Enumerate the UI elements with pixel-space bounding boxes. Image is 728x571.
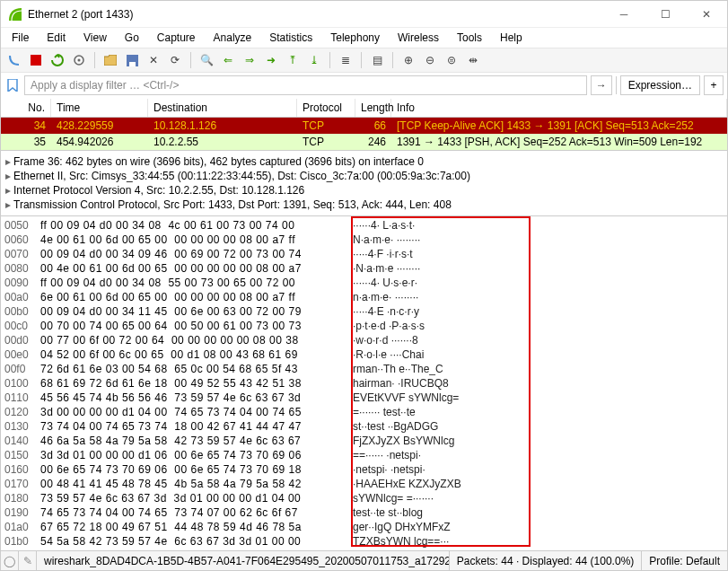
statusbar: ◯ ✎ wireshark_8DAD4DCA-1B5D-4B57-A041-7F… bbox=[1, 550, 727, 570]
status-packets: Packets: 44 · Displayed: 44 (100.0%) bbox=[450, 551, 642, 570]
hex-row[interactable]: 00604e 00 61 00 6d 00 65 00 00 00 00 00 … bbox=[4, 233, 724, 247]
zoom-reset-icon[interactable]: ⊜ bbox=[442, 50, 461, 70]
hex-row[interactable]: 007000 09 04 d0 00 34 09 46 00 69 00 72 … bbox=[4, 247, 724, 261]
menubar: File Edit View Go Capture Analyze Statis… bbox=[1, 28, 727, 48]
zoom-out-icon[interactable]: ⊖ bbox=[420, 50, 440, 70]
hex-row[interactable]: 00f072 6d 61 6e 03 00 54 68 65 0c 00 54 … bbox=[4, 362, 724, 376]
display-filter-input[interactable] bbox=[24, 75, 587, 95]
hex-row[interactable]: 016000 6e 65 74 73 70 69 06 00 6e 65 74 … bbox=[4, 462, 724, 477]
restart-capture-icon[interactable] bbox=[48, 50, 67, 70]
detail-line[interactable]: ▸Frame 36: 462 bytes on wire (3696 bits)… bbox=[3, 154, 725, 169]
hex-row[interactable]: 00a06e 00 61 00 6d 00 65 00 00 00 00 00 … bbox=[4, 290, 724, 304]
menu-help[interactable]: Help bbox=[493, 30, 530, 46]
hex-row[interactable]: 00b000 09 04 d0 00 34 11 45 00 6e 00 63 … bbox=[4, 304, 724, 319]
svg-rect-4 bbox=[129, 62, 136, 66]
filter-apply-icon[interactable]: → bbox=[591, 75, 612, 95]
menu-go[interactable]: Go bbox=[118, 30, 146, 46]
hex-row[interactable]: 00d000 77 00 6f 00 72 00 64 00 00 00 00 … bbox=[4, 333, 724, 347]
expression-button[interactable]: Expression… bbox=[620, 75, 700, 95]
col-time[interactable]: Time bbox=[51, 99, 148, 117]
colorize-icon[interactable]: ▤ bbox=[367, 50, 387, 70]
resize-columns-icon[interactable]: ⇹ bbox=[463, 50, 483, 70]
go-forward-icon[interactable]: ⇒ bbox=[240, 50, 259, 70]
go-to-packet-icon[interactable]: ➜ bbox=[261, 50, 281, 70]
col-no[interactable]: No. bbox=[1, 99, 51, 117]
stop-capture-icon[interactable] bbox=[26, 50, 46, 70]
detail-line[interactable]: ▸Transmission Control Protocol, Src Port… bbox=[3, 198, 725, 212]
detail-line[interactable]: ▸Ethernet II, Src: Cimsys_33:44:55 (00:1… bbox=[3, 169, 725, 183]
window-title: Ethernet 2 (port 1433) bbox=[28, 8, 603, 21]
packet-row[interactable]: 34428.22955910.128.1.126TCP66[TCP Keep-A… bbox=[1, 118, 727, 134]
start-capture-icon[interactable] bbox=[4, 50, 24, 70]
hex-row[interactable]: 019074 65 73 74 04 00 74 65 73 74 07 00 … bbox=[4, 505, 724, 520]
menu-edit[interactable]: Edit bbox=[39, 30, 73, 46]
find-packet-icon[interactable]: 🔍 bbox=[197, 50, 216, 70]
packet-bytes-pane[interactable]: 0050ff 00 09 04 d0 00 34 08 4c 00 61 00 … bbox=[1, 215, 727, 550]
detail-line[interactable]: ▸Internet Protocol Version 4, Src: 10.2.… bbox=[3, 183, 725, 198]
status-profile[interactable]: Profile: Default bbox=[642, 551, 727, 570]
minimize-button[interactable]: ─ bbox=[603, 1, 645, 28]
hex-row[interactable]: 018073 59 57 4e 6c 63 67 3d 3d 01 00 00 … bbox=[4, 491, 724, 505]
filter-bookmark-icon[interactable] bbox=[4, 77, 21, 93]
menu-file[interactable]: File bbox=[4, 30, 36, 46]
capture-options-icon[interactable] bbox=[69, 50, 89, 70]
hex-row[interactable]: 0090ff 00 09 04 d0 00 34 08 55 00 73 00 … bbox=[4, 276, 724, 290]
hex-row[interactable]: 01203d 00 00 00 00 d1 04 00 74 65 73 74 … bbox=[4, 405, 724, 419]
zoom-in-icon[interactable]: ⊕ bbox=[399, 50, 418, 70]
close-button[interactable]: ✕ bbox=[686, 1, 727, 28]
packet-list-header: No. Time Destination Protocol Length Inf… bbox=[1, 98, 727, 118]
display-filter-bar: → Expression… + bbox=[1, 73, 727, 98]
menu-wireless[interactable]: Wireless bbox=[390, 30, 446, 46]
hex-row[interactable]: 010068 61 69 72 6d 61 6e 18 00 49 52 55 … bbox=[4, 376, 724, 391]
go-back-icon[interactable]: ⇐ bbox=[218, 50, 238, 70]
svg-point-2 bbox=[78, 59, 81, 62]
main-toolbar: ✕ ⟳ 🔍 ⇐ ⇒ ➜ ⤒ ⤓ ≣ ▤ ⊕ ⊖ ⊜ ⇹ bbox=[1, 48, 727, 73]
auto-scroll-icon[interactable]: ≣ bbox=[336, 50, 355, 70]
packet-details-pane[interactable]: ▸Frame 36: 462 bytes on wire (3696 bits)… bbox=[1, 150, 727, 215]
open-file-icon[interactable] bbox=[101, 50, 120, 70]
hex-row[interactable]: 011045 56 45 74 4b 56 56 46 73 59 57 4e … bbox=[4, 391, 724, 405]
add-filter-button[interactable]: + bbox=[704, 75, 724, 95]
hex-row[interactable]: 01c000 fd 10 00 c1 00 04 00 00 00 00 00 … bbox=[4, 549, 724, 550]
window-titlebar: Ethernet 2 (port 1433) ─ ☐ ✕ bbox=[1, 1, 727, 28]
packet-row[interactable]: 35454.94202610.2.2.55TCP2461391 → 1433 [… bbox=[1, 134, 727, 150]
go-first-icon[interactable]: ⤒ bbox=[283, 50, 303, 70]
col-info[interactable]: Info bbox=[391, 99, 727, 117]
hex-row[interactable]: 00c000 70 00 74 00 65 00 64 00 50 00 61 … bbox=[4, 319, 724, 333]
col-dst[interactable]: Destination bbox=[148, 99, 297, 117]
hex-row[interactable]: 01a067 65 72 18 00 49 67 51 44 48 78 59 … bbox=[4, 520, 724, 534]
hex-row[interactable]: 013073 74 04 00 74 65 73 74 18 00 42 67 … bbox=[4, 419, 724, 434]
hex-row[interactable]: 01503d 3d 01 00 00 00 d1 06 00 6e 65 74 … bbox=[4, 448, 724, 462]
menu-tools[interactable]: Tools bbox=[450, 30, 489, 46]
close-file-icon[interactable]: ✕ bbox=[144, 50, 163, 70]
go-last-icon[interactable]: ⤓ bbox=[304, 50, 324, 70]
menu-capture[interactable]: Capture bbox=[150, 30, 203, 46]
menu-telephony[interactable]: Telephony bbox=[323, 30, 387, 46]
expert-info-icon[interactable]: ◯ bbox=[1, 551, 19, 570]
capture-file-properties-icon[interactable]: ✎ bbox=[19, 551, 37, 570]
hex-row[interactable]: 014046 6a 5a 58 4a 79 5a 58 42 73 59 57 … bbox=[4, 434, 724, 448]
maximize-button[interactable]: ☐ bbox=[645, 1, 686, 28]
col-len[interactable]: Length bbox=[355, 99, 391, 117]
hex-row[interactable]: 01b054 5a 58 42 73 59 57 4e 6c 63 67 3d … bbox=[4, 534, 724, 549]
hex-row[interactable]: 017000 48 41 41 45 48 78 45 4b 5a 58 4a … bbox=[4, 477, 724, 491]
save-file-icon[interactable] bbox=[122, 50, 142, 70]
menu-view[interactable]: View bbox=[76, 30, 114, 46]
svg-rect-0 bbox=[31, 55, 41, 66]
hex-row[interactable]: 0050ff 00 09 04 d0 00 34 08 4c 00 61 00 … bbox=[4, 218, 724, 233]
col-proto[interactable]: Protocol bbox=[297, 99, 355, 117]
hex-row[interactable]: 008000 4e 00 61 00 6d 00 65 00 00 00 00 … bbox=[4, 261, 724, 276]
hex-row[interactable]: 00e004 52 00 6f 00 6c 00 65 00 d1 08 00 … bbox=[4, 347, 724, 362]
status-file: wireshark_8DAD4DCA-1B5D-4B57-A041-7F064E… bbox=[37, 551, 450, 570]
packet-list[interactable]: 34428.22955910.128.1.126TCP66[TCP Keep-A… bbox=[1, 118, 727, 150]
app-logo-icon bbox=[8, 7, 22, 22]
menu-analyze[interactable]: Analyze bbox=[206, 30, 259, 46]
menu-statistics[interactable]: Statistics bbox=[262, 30, 320, 46]
reload-icon[interactable]: ⟳ bbox=[165, 50, 185, 70]
